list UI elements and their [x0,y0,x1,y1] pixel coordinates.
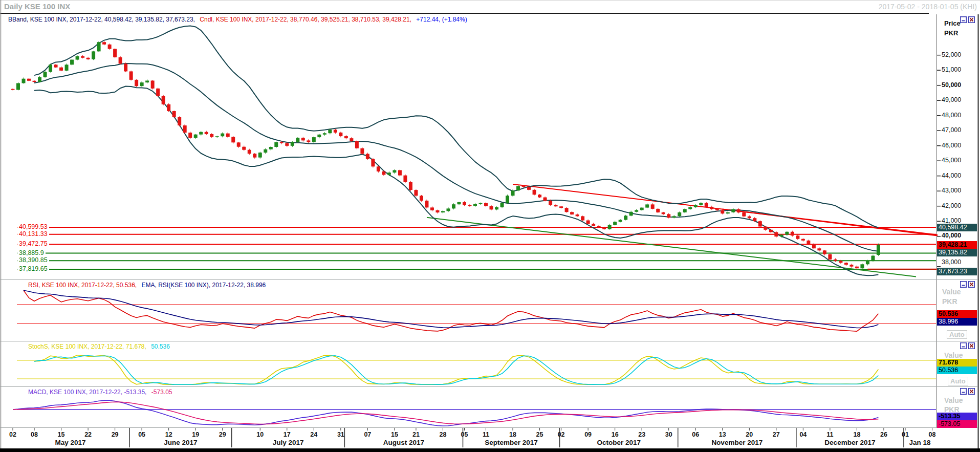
stoch-value-label: Value [944,351,963,359]
stoch-panel-controls [960,342,975,349]
macd-close-icon[interactable] [968,388,975,394]
rsi-panel-controls [960,281,975,287]
price-axis-title: Price PKR [944,18,961,38]
main-close-icon[interactable] [968,16,975,23]
rsi-legend-ema: EMA, RSI(KSE 100 INX), 2017-12-22, 38.99… [141,282,266,289]
macd-legend-main: MACD, KSE 100 INX, 2017-12-22, -513.35, [28,389,146,396]
main-minimize-icon[interactable] [960,16,967,23]
macd-legend-signal: -573.05 [151,389,172,396]
macd-value-label: Value [944,396,963,404]
macd-legend: MACD, KSE 100 INX, 2017-12-22, -513.35, … [28,389,176,396]
macd-unit-label: PKR [944,405,960,414]
rsi-auto-button[interactable]: Auto [947,330,967,339]
rsi-minimize-icon[interactable] [960,281,967,287]
main-panel-controls [960,16,975,23]
stoch-minimize-icon[interactable] [960,342,967,349]
stoch-legend: StochS, KSE 100 INX, 2017-12-22, 71.678,… [28,343,173,350]
macd-minimize-icon[interactable] [960,388,967,394]
stoch-legend-d: 50.536 [151,343,170,350]
price-axis-title-line1: Price [944,18,961,28]
chart-window: Daily KSE 100 INX 2017-05-02 - 2018-01-0… [0,0,980,452]
macd-panel-controls [960,388,975,394]
stoch-close-icon[interactable] [968,342,975,349]
rsi-unit-label: PKR [942,297,957,306]
chart-surface[interactable] [0,0,980,452]
stoch-legend-k: StochS, KSE 100 INX, 2017-12-22, 71.678, [28,343,146,350]
rsi-value-label: Value [942,288,961,296]
rsi-legend: RSI, KSE 100 INX, 2017-12-22, 50.536, EM… [28,282,269,289]
rsi-close-icon[interactable] [968,281,975,287]
price-axis-title-line2: PKR [944,28,961,38]
stoch-auto-button[interactable]: Auto [948,377,968,385]
rsi-legend-main: RSI, KSE 100 INX, 2017-12-22, 50.536, [28,282,137,289]
